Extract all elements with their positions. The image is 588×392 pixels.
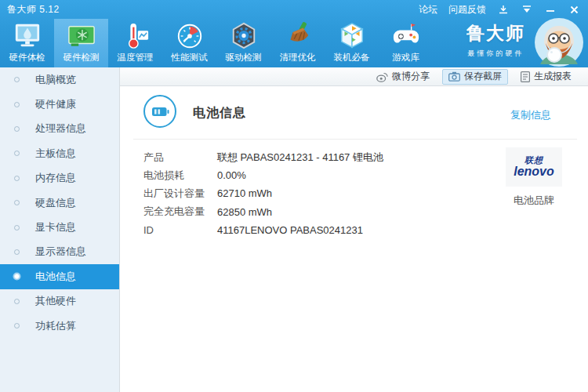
tool-label: 游戏库 [392,52,419,64]
tool-essentials[interactable]: 装机必备 [325,19,379,67]
sidebar-item-label: 硬盘信息 [35,196,76,210]
gauge-icon [174,21,205,51]
sidebar-item-label: 硬件健康 [35,97,76,111]
brand-block: 鲁大师 最懂你的硬件 [466,21,525,59]
generate-report-label: 生成报表 [534,70,572,83]
header-divider [133,139,577,140]
lenovo-logo: 联想 lenovo [506,147,562,187]
save-screenshot-label: 保存截屏 [464,70,502,83]
row-label: 电池损耗 [143,169,217,183]
bullet-icon [14,77,20,82]
sidebar-item-memory-info[interactable]: 内存信息 [0,166,119,191]
sidebar-item-battery-info[interactable]: 电池信息 [0,264,119,289]
skin-icon[interactable] [521,4,533,15]
sidebar-item-label: 电脑概览 [35,73,76,87]
row-value: 41167LENOVO PABAS0241231 [217,224,363,236]
bullet-icon [14,200,20,205]
sidebar-item-motherboard-info[interactable]: 主板信息 [0,141,119,165]
sidebar-item-label: 其他硬件 [35,294,76,308]
tool-driver-detect[interactable]: 驱动检测 [216,19,270,67]
tool-performance-test[interactable]: 性能测试 [162,19,216,67]
sidebar-item-label: 电池信息 [35,270,76,284]
table-row: ID 41167LENOVO PABAS0241231 [143,221,383,239]
camera-icon [448,71,460,82]
copy-info-link[interactable]: 复制信息 [510,108,551,122]
battery-icon [143,95,176,128]
row-value: 0.00% [217,169,246,181]
row-label: 产品 [143,151,217,165]
page-title: 电池信息 [193,105,246,122]
tool-game-library[interactable]: 游戏库 [379,19,433,67]
row-label: 完全充电容量 [143,205,217,219]
save-screenshot-button[interactable]: 保存截屏 [442,69,508,85]
table-row: 产品 联想 PABAS0241231 - 41167 锂电池 [143,148,383,166]
bullet-icon [14,176,20,181]
titlebar-right: 论坛 问题反馈 [419,3,588,16]
top-blue-header: 鲁大师 5.12 论坛 问题反馈 [0,0,588,67]
toolbar: 硬件体检 硬件检测 [0,19,433,67]
generate-report-button[interactable]: 生成报表 [514,69,578,85]
lenovo-logo-en: lenovo [514,165,554,179]
table-row: 完全充电容量 62850 mWh [143,203,383,221]
hex-gear-icon [228,21,260,51]
bullet-icon [14,249,20,255]
monitor-drop-icon [12,21,43,51]
sidebar-item-hardware-health[interactable]: 硬件健康 [0,92,119,116]
lenovo-logo-cn: 联想 [524,156,543,165]
bullet-icon [14,299,20,304]
weibo-share-label: 微博分享 [392,70,430,83]
sidebar-item-other-hardware[interactable]: 其他硬件 [0,289,119,314]
bullet-icon [14,225,20,230]
sidebar-item-processor-info[interactable]: 处理器信息 [0,117,119,141]
table-row: 出厂设计容量 62710 mWh [143,184,383,202]
brand-name: 鲁大师 [466,21,525,45]
sidebar-item-label: 显示器信息 [35,245,86,259]
feedback-link[interactable]: 问题反馈 [448,3,486,16]
tool-hardware-checkup[interactable]: 硬件体检 [0,19,54,67]
tool-label: 硬件检测 [64,52,100,64]
titlebar: 鲁大师 5.12 论坛 问题反馈 [0,0,588,19]
bullet-icon [14,274,20,279]
broom-icon [282,21,314,51]
bullet-icon [14,126,20,132]
app-title: 鲁大师 5.12 [7,3,60,16]
weibo-share-button[interactable]: 微博分享 [370,69,436,85]
download-icon[interactable] [497,4,510,15]
sidebar-item-disk-info[interactable]: 硬盘信息 [0,191,119,215]
sidebar-item-power-estimate[interactable]: 功耗估算 [0,314,119,338]
brand-tagline: 最懂你的硬件 [466,49,525,59]
sidebar: 电脑概览 硬件健康 处理器信息 主板信息 内存信息 硬盘信息 显卡信息 显示器 [0,67,120,392]
tool-hardware-detect[interactable]: 硬件检测 [54,19,108,67]
tool-temperature[interactable]: 温度管理 [108,19,162,67]
row-value: 62850 mWh [217,206,272,218]
bullet-icon [14,323,20,328]
sidebar-item-label: 内存信息 [35,171,76,185]
tool-label: 装机必备 [334,52,370,64]
minimize-icon[interactable] [544,4,557,15]
bullet-icon [14,102,20,107]
gpu-card-icon [66,21,97,51]
weibo-icon [376,71,388,82]
close-icon[interactable] [568,4,580,15]
row-value: 62710 mWh [217,187,272,199]
sidebar-item-gpu-info[interactable]: 显卡信息 [0,215,119,239]
sidebar-item-label: 主板信息 [35,147,76,161]
main-content: 电池信息 复制信息 产品 联想 PABAS0241231 - 41167 锂电池… [120,86,588,392]
row-label: 出厂设计容量 [143,187,217,201]
sidebar-item-monitor-info[interactable]: 显示器信息 [0,240,119,264]
tool-cleanup[interactable]: 清理优化 [270,19,325,67]
battery-info-table: 产品 联想 PABAS0241231 - 41167 锂电池 电池损耗 0.00… [143,148,383,239]
sidebar-item-computer-overview[interactable]: 电脑概览 [0,67,119,92]
sidebar-item-label: 显卡信息 [35,220,76,234]
tool-label: 驱动检测 [226,52,262,64]
table-row: 电池损耗 0.00% [143,166,383,184]
ludashi-window: 鲁大师 5.12 论坛 问题反馈 [0,0,588,392]
report-icon [521,71,530,82]
bullet-icon [14,151,20,156]
battery-brand-panel: 联想 lenovo 电池品牌 [506,147,562,208]
forum-link[interactable]: 论坛 [419,3,437,16]
action-bar: 微博分享 保存截屏 生成报表 [120,67,588,86]
cube-icon [336,21,368,51]
battery-brand-caption: 电池品牌 [506,194,562,208]
tool-label: 温度管理 [118,52,154,64]
